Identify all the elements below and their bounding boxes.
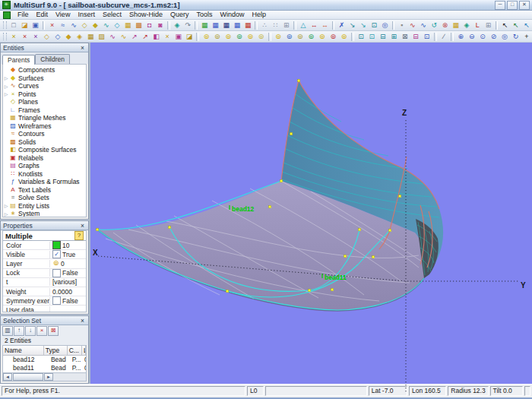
entities-panel-header[interactable]: Entities × bbox=[1, 43, 88, 52]
new-surface-icon[interactable]: ◆ bbox=[63, 31, 74, 42]
diamond-icon[interactable]: ◈ bbox=[461, 20, 472, 30]
expander-icon[interactable]: ▷ bbox=[3, 91, 9, 97]
expander-icon[interactable]: ▷ bbox=[3, 84, 9, 89]
menu-item[interactable]: Query bbox=[166, 11, 193, 19]
menu-item[interactable]: Select bbox=[99, 11, 125, 19]
distance-icon[interactable]: ↔ bbox=[309, 20, 319, 30]
hide-bulb-icon[interactable]: ⊚ bbox=[273, 31, 283, 42]
find-icon[interactable]: ◎ bbox=[379, 20, 390, 30]
menu-item[interactable]: Help bbox=[249, 11, 271, 19]
close-icon[interactable]: × bbox=[79, 44, 86, 52]
new-contour-icon[interactable]: ∿ bbox=[107, 31, 118, 42]
entity-tool-icon[interactable]: ◘ bbox=[144, 20, 155, 30]
tree-item[interactable]: ∟ Frames bbox=[3, 106, 86, 115]
copy2-icon[interactable]: ↘ bbox=[358, 20, 369, 30]
property-row[interactable]: Weight 0.0000 bbox=[3, 287, 86, 296]
new-ring-icon[interactable]: ◇ bbox=[41, 31, 52, 42]
minimize-button[interactable]: ─ bbox=[495, 1, 505, 10]
entity2-tool-icon[interactable]: ◙ bbox=[155, 20, 166, 30]
tree-item[interactable]: ƒ Variables & Formulas bbox=[3, 178, 86, 186]
new-proj-icon[interactable]: ↗ bbox=[129, 31, 140, 42]
tree-item[interactable]: ◆ Components bbox=[3, 66, 86, 74]
zoom-extents-icon[interactable]: ⊘ bbox=[488, 31, 499, 42]
menu-item[interactable]: Show-Hide bbox=[125, 11, 166, 19]
hide-parents-bulb-icon[interactable]: ⊚ bbox=[295, 31, 306, 42]
new-file-icon[interactable]: □ bbox=[8, 20, 19, 30]
new-proj2-icon[interactable]: ↗ bbox=[140, 31, 150, 42]
property-row[interactable]: Symmetry exempt False bbox=[3, 296, 86, 306]
toggle-bulb-icon[interactable]: ⊚ bbox=[338, 31, 349, 42]
window-save-icon[interactable]: ⊟ bbox=[410, 31, 421, 42]
drag-icon[interactable]: ↷ bbox=[182, 20, 193, 30]
properties-panel-header[interactable]: Properties × bbox=[1, 221, 88, 230]
tree-item[interactable]: ▷ ∗ System bbox=[3, 210, 86, 217]
clear-all-icon[interactable]: ⊠ bbox=[48, 326, 59, 336]
property-control-icon[interactable] bbox=[52, 296, 61, 305]
pan-icon[interactable]: + bbox=[521, 31, 532, 42]
view-top-icon[interactable]: ▦ bbox=[232, 20, 242, 30]
measure-icon[interactable]: △ bbox=[298, 20, 309, 30]
property-row[interactable]: Color 10 bbox=[3, 241, 86, 250]
window-restore-icon[interactable]: ⊡ bbox=[421, 31, 432, 42]
point-tool-icon[interactable]: × bbox=[46, 20, 57, 30]
property-control-icon[interactable] bbox=[52, 269, 61, 277]
tree-item[interactable]: ▩ Solids bbox=[3, 138, 86, 147]
snake-tool-icon[interactable]: ∿ bbox=[101, 20, 112, 30]
close-icon[interactable]: × bbox=[79, 317, 86, 325]
toolbar-grip[interactable] bbox=[3, 21, 7, 29]
close-button[interactable]: ✕ bbox=[519, 1, 530, 10]
scroll-left-icon[interactable]: ◄ bbox=[3, 373, 12, 381]
tree-item[interactable]: ≈ Contours bbox=[3, 130, 86, 138]
scroll-right-icon[interactable]: ► bbox=[44, 373, 53, 381]
edit-snake-icon[interactable]: ∿ bbox=[418, 20, 429, 30]
tree-item[interactable]: ◇ Planes bbox=[3, 98, 86, 106]
close-icon[interactable]: × bbox=[79, 222, 86, 230]
selection-row[interactable]: bead11 Bead P... 0 bbox=[3, 364, 86, 372]
column-header-name[interactable]: Name bbox=[3, 346, 44, 356]
line-tool-icon[interactable]: ≈ bbox=[58, 20, 68, 30]
unlink-icon[interactable]: ⊗ bbox=[439, 20, 450, 30]
surface2-tool-icon[interactable]: ◆ bbox=[90, 20, 100, 30]
property-value[interactable]: 0.0000 bbox=[50, 288, 86, 296]
horizontal-scrollbar[interactable]: ◄ ► bbox=[2, 373, 87, 382]
property-value[interactable]: 10 bbox=[50, 241, 86, 249]
hide-only-bulb-icon[interactable]: ⊚ bbox=[328, 31, 338, 42]
property-row[interactable]: Visible ✓ True bbox=[3, 250, 86, 259]
zoom-out-icon[interactable]: ⊖ bbox=[466, 31, 477, 42]
rotate-view-icon[interactable]: ↻ bbox=[510, 31, 521, 42]
orbit-icon[interactable]: ↺ bbox=[429, 20, 439, 30]
pick-point-icon[interactable]: ↖ bbox=[521, 20, 532, 30]
property-control-icon[interactable] bbox=[52, 241, 61, 249]
show-all-bulb-icon[interactable]: ⊚ bbox=[212, 31, 223, 42]
polysurf-tool-icon[interactable]: ◇ bbox=[112, 20, 122, 30]
cut-icon[interactable]: ✗ bbox=[336, 20, 347, 30]
property-value[interactable]: False bbox=[50, 269, 86, 277]
mesh2-icon[interactable]: ▦ bbox=[451, 20, 461, 30]
new-relabel-icon[interactable]: ∿ bbox=[118, 31, 128, 42]
menu-item[interactable]: File bbox=[14, 11, 33, 19]
new-comp-icon[interactable]: ◧ bbox=[151, 31, 162, 42]
column-header-c[interactable]: C... bbox=[68, 346, 82, 356]
new-curve-icon[interactable]: ◇ bbox=[52, 31, 63, 42]
mdi-child-icon[interactable] bbox=[3, 11, 11, 19]
move-up-icon[interactable]: ↑ bbox=[14, 326, 24, 336]
columns-icon[interactable]: ▥ bbox=[2, 326, 13, 336]
3d-viewport[interactable]: X Z Y bbox=[90, 43, 532, 384]
tree-item[interactable]: ▨ Wireframes bbox=[3, 122, 86, 131]
tree-item[interactable]: ▣ Relabels bbox=[3, 154, 86, 163]
hide-all-bulb-icon[interactable]: ⊚ bbox=[283, 31, 294, 42]
scroll-thumb[interactable] bbox=[13, 373, 43, 381]
curve-tool-icon[interactable]: ∿ bbox=[68, 20, 79, 30]
new-snake-icon[interactable]: ◈ bbox=[74, 31, 85, 42]
pick-entity-icon[interactable]: ↖ bbox=[511, 20, 521, 30]
column-header-type[interactable]: Type bbox=[44, 346, 68, 356]
property-row[interactable]: t [various] bbox=[3, 278, 86, 287]
menu-item[interactable]: Edit bbox=[33, 11, 52, 19]
property-row[interactable]: Layer ⊚ 0 bbox=[3, 259, 86, 268]
hide-sel-bulb-icon[interactable]: ⊚ bbox=[317, 31, 328, 42]
new-graph-icon[interactable]: ◪ bbox=[184, 31, 195, 42]
new-point-icon[interactable]: × bbox=[8, 31, 19, 42]
window-copy2-icon[interactable]: ⊡ bbox=[366, 31, 377, 42]
edit-curve-icon[interactable]: ∿ bbox=[407, 20, 418, 30]
tree-item[interactable]: ▷ ▤ Entity Lists bbox=[3, 202, 86, 211]
